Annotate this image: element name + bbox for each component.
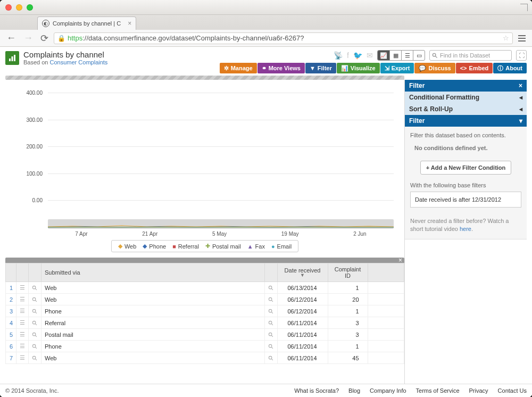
visualize-button[interactable]: 📊Visualize [337, 63, 380, 73]
table-row[interactable]: 7☰Web06/11/201445 [6, 352, 404, 364]
url-field[interactable]: 🔒 https://data.consumerfinance.gov/datas… [54, 32, 513, 44]
manage-button[interactable]: ✲Manage [220, 63, 257, 73]
close-icon[interactable]: × [398, 257, 402, 264]
row-zoom-icon[interactable] [29, 317, 41, 329]
complaint-id-cell: 1 [328, 305, 368, 317]
menu-col-header[interactable] [16, 263, 29, 282]
x-tick-label: 19 May [281, 231, 299, 237]
based-on-link[interactable]: Consumer Complaints [50, 59, 108, 65]
bookmark-star-icon[interactable]: ☆ [503, 34, 509, 42]
row-zoom2-icon[interactable] [264, 352, 277, 364]
legend-item[interactable]: ▲Fax [247, 243, 265, 250]
svg-point-21 [32, 333, 36, 336]
fullscreen-button[interactable]: ⛶ [516, 50, 527, 61]
row-zoom-icon[interactable] [29, 305, 41, 317]
header-tools-row: 📡 f 🐦 ✉ 📈 ▦ ☰ ▭ Find in this Dataset ⛶ [334, 50, 527, 61]
svg-point-3 [433, 53, 436, 56]
embed-button[interactable]: <>Embed [456, 63, 493, 73]
row-zoom2-icon[interactable] [264, 294, 277, 305]
table-view-button[interactable]: ▦ [389, 51, 401, 60]
table-handle[interactable]: × [5, 258, 404, 263]
reload-button[interactable]: ⟳ [38, 32, 51, 44]
browser-tab[interactable]: ◐ Complaints by channel | C × [37, 16, 136, 30]
add-filter-button[interactable]: + Add a New Filter Condition [420, 161, 512, 175]
complaint-id-cell: 3 [328, 317, 368, 329]
rss-icon[interactable]: 📡 [334, 51, 343, 60]
row-zoom2-icon[interactable] [264, 317, 277, 329]
legend-item[interactable]: ●Email [271, 243, 292, 250]
row-zoom2-icon[interactable] [264, 329, 277, 341]
richlist-view-button[interactable]: ☰ [401, 51, 413, 60]
row-menu-icon[interactable]: ☰ [16, 329, 29, 341]
conditional-formatting-header[interactable]: Conditional Formatting ◂ [405, 92, 527, 103]
table-row[interactable]: 5☰Postal mail06/11/20143 [6, 329, 404, 341]
filter-panel-body: Filter this dataset based on contents. N… [405, 127, 527, 239]
table-row[interactable]: 3☰Phone06/12/20141 [6, 305, 404, 317]
row-menu-icon[interactable]: ☰ [16, 294, 29, 305]
minimize-window-button[interactable] [16, 4, 22, 11]
row-menu-icon[interactable]: ☰ [16, 341, 29, 352]
more-views-button[interactable]: ⚭More Views [257, 63, 305, 73]
row-zoom-icon[interactable] [29, 329, 41, 341]
discuss-button[interactable]: 💬Discuss [414, 63, 455, 73]
fullscreen-icon[interactable] [520, 4, 528, 11]
single-view-button[interactable]: ▭ [413, 51, 425, 60]
row-menu-icon[interactable]: ☰ [16, 317, 29, 329]
filter-button[interactable]: ▼Filter [305, 63, 336, 73]
table-row[interactable]: 1☰Web06/13/20141 [6, 282, 404, 294]
chart-minimap[interactable] [48, 219, 394, 229]
forward-button[interactable]: → [21, 32, 35, 44]
tutorial-link[interactable]: here [460, 226, 471, 232]
spacer-cell [368, 282, 404, 294]
zoom2-col-header[interactable] [264, 263, 277, 282]
footer-link[interactable]: Blog [348, 387, 360, 394]
search-input[interactable]: Find in this Dataset [429, 50, 512, 61]
legend-item[interactable]: ◆Phone [143, 243, 166, 250]
chart-area[interactable]: 400.00300.00200.00100.000.00 [5, 83, 404, 217]
legend-item[interactable]: ■Referral [172, 243, 199, 250]
row-zoom-icon[interactable] [29, 282, 41, 294]
back-button[interactable]: ← [4, 32, 18, 44]
twitter-icon[interactable]: 🐦 [353, 51, 362, 60]
close-window-button[interactable] [5, 4, 12, 11]
row-number: 1 [6, 282, 16, 294]
date-received-header[interactable]: Date received▼ [277, 263, 328, 282]
about-button[interactable]: ⓘAbout [493, 63, 527, 73]
footer-link[interactable]: Privacy [469, 387, 488, 394]
row-zoom-icon[interactable] [29, 352, 41, 364]
footer-link[interactable]: What is Socrata? [294, 387, 339, 394]
table-row[interactable]: 2☰Web06/12/201420 [6, 294, 404, 305]
email-icon[interactable]: ✉ [367, 51, 373, 60]
footer-link[interactable]: Contact Us [498, 387, 527, 394]
table-row[interactable]: 6☰Phone06/11/20141 [6, 341, 404, 352]
row-menu-icon[interactable]: ☰ [16, 282, 29, 294]
submitted-via-header[interactable]: Submitted via [41, 263, 265, 282]
close-panel-icon[interactable]: × [519, 82, 522, 89]
row-number-header[interactable] [6, 263, 16, 282]
row-zoom2-icon[interactable] [264, 341, 277, 352]
complaint-id-header[interactable]: Complaint ID [328, 263, 368, 282]
table-row[interactable]: 4☰Referral06/11/20143 [6, 317, 404, 329]
svg-line-4 [435, 56, 437, 57]
zoom-window-button[interactable] [27, 4, 33, 11]
row-zoom-icon[interactable] [29, 341, 41, 352]
row-zoom2-icon[interactable] [264, 282, 277, 294]
sort-rollup-header[interactable]: Sort & Roll-Up ◂ [405, 103, 527, 115]
legend-item[interactable]: ✚Postal mail [205, 243, 241, 250]
row-zoom2-icon[interactable] [264, 305, 277, 317]
zoom-col-header[interactable] [29, 263, 41, 282]
browser-menu-button[interactable] [516, 32, 528, 44]
legend-item[interactable]: ◆Web [118, 243, 136, 250]
footer-link[interactable]: Terms of Service [416, 387, 460, 394]
footer-link[interactable]: Company Info [370, 387, 406, 394]
filter-section-header[interactable]: Filter ▾ [405, 115, 527, 127]
chart-icon: 📊 [341, 65, 348, 72]
row-menu-icon[interactable]: ☰ [16, 305, 29, 317]
tab-close-icon[interactable]: × [128, 20, 131, 27]
row-menu-icon[interactable]: ☰ [16, 352, 29, 364]
chart-view-button[interactable]: 📈 [378, 51, 389, 60]
chart-panel: 400.00300.00200.00100.000.00 7 Apr21 Apr… [5, 80, 404, 254]
facebook-icon[interactable]: f [347, 51, 349, 60]
export-button[interactable]: ⇲Export [380, 63, 414, 73]
row-zoom-icon[interactable] [29, 294, 41, 305]
